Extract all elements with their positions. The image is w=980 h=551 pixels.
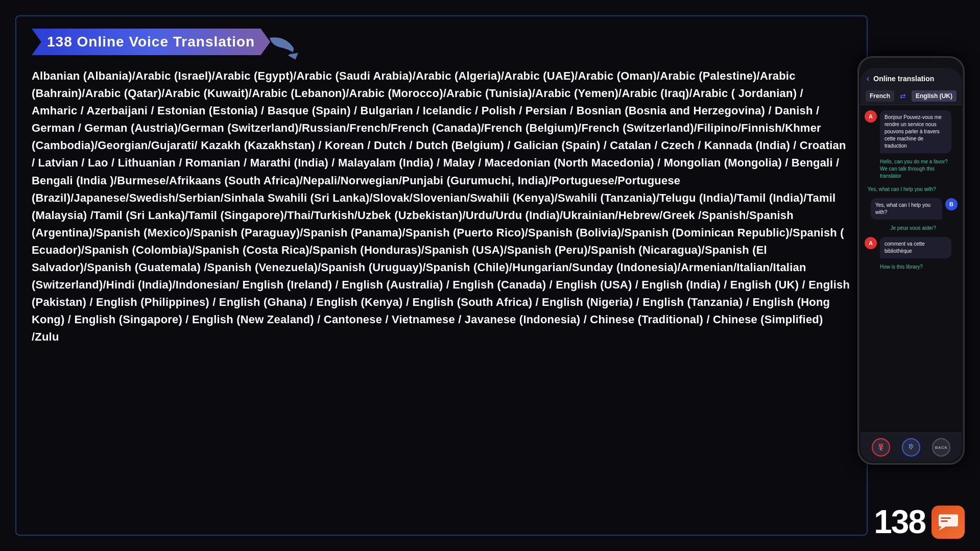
mic-left-button[interactable] bbox=[872, 438, 890, 457]
svg-rect-10 bbox=[911, 444, 912, 447]
language-selector[interactable]: French ⇄ English (UK) bbox=[861, 87, 962, 105]
language-list: Albanian (Albania)/Arabic (Israel)/Arabi… bbox=[32, 67, 851, 346]
bubble-1: Bonjour Pouvez-vous me rendre un service… bbox=[880, 110, 951, 153]
translation-1: Hello, can you do me a favor? We can tal… bbox=[880, 157, 951, 181]
avatar-a-1: A bbox=[865, 110, 877, 123]
title-text: 138 Online Voice Translation bbox=[47, 34, 255, 50]
chat-icon bbox=[938, 513, 959, 531]
svg-rect-3 bbox=[879, 445, 880, 447]
svg-rect-7 bbox=[880, 448, 881, 450]
target-language-btn[interactable]: English (UK) bbox=[912, 90, 957, 102]
bubble-3: comment va cette bibliothèque bbox=[880, 237, 951, 258]
svg-rect-17 bbox=[941, 520, 948, 522]
bubble-2: Yes, what can I help you with? bbox=[871, 198, 942, 220]
bottom-right-section: 138 bbox=[874, 503, 965, 541]
phone-notch bbox=[891, 58, 931, 68]
back-button[interactable]: BACK bbox=[932, 438, 950, 457]
avatar-a-2: A bbox=[865, 237, 877, 249]
svg-rect-16 bbox=[941, 517, 951, 519]
phone-frame: ‹ Online translation French ⇄ English (U… bbox=[857, 56, 965, 465]
svg-rect-9 bbox=[909, 444, 910, 446]
svg-rect-14 bbox=[912, 447, 913, 448]
chat-area: A Bonjour Pouvez-vous me rendre un servi… bbox=[861, 105, 962, 433]
message-row-3: A comment va cette bibliothèque bbox=[865, 237, 958, 258]
message-row-1: A Bonjour Pouvez-vous me rendre un servi… bbox=[865, 110, 958, 153]
translation-2: Yes, what can I help you with? bbox=[865, 185, 936, 194]
message-row-2: Yes, what can I help you with? B bbox=[865, 198, 958, 220]
svg-rect-12 bbox=[909, 447, 910, 448]
back-arrow-icon[interactable]: ‹ bbox=[867, 74, 869, 83]
translation-3: Je peux vous aider? bbox=[865, 224, 936, 233]
phone-mockup: ‹ Online translation French ⇄ English (U… bbox=[857, 56, 965, 465]
svg-marker-18 bbox=[939, 526, 946, 531]
main-container: 138 Online Voice Translation Albanian (A… bbox=[15, 15, 868, 536]
bottom-number: 138 bbox=[874, 503, 925, 541]
svg-rect-8 bbox=[879, 450, 882, 450]
title-badge: 138 Online Voice Translation bbox=[32, 29, 270, 55]
languages-text: Albanian (Albania)/Arabic (Israel)/Arabi… bbox=[32, 69, 850, 343]
svg-rect-6 bbox=[878, 448, 883, 448]
svg-rect-5 bbox=[882, 445, 883, 447]
svg-rect-2 bbox=[882, 444, 883, 445]
phone-bottom-bar: BACK bbox=[861, 433, 962, 462]
avatar-b-1: B bbox=[945, 198, 958, 210]
phone-header: ‹ Online translation bbox=[861, 68, 962, 87]
swap-languages-icon[interactable]: ⇄ bbox=[900, 92, 906, 100]
chat-icon-box bbox=[931, 506, 965, 539]
mic-right-button[interactable] bbox=[902, 438, 920, 457]
back-label: BACK bbox=[935, 445, 948, 450]
source-language-btn[interactable]: French bbox=[866, 90, 894, 102]
translation-4: How is this library? bbox=[880, 262, 951, 272]
svg-rect-11 bbox=[912, 445, 913, 446]
svg-rect-1 bbox=[880, 444, 881, 445]
svg-rect-4 bbox=[880, 445, 881, 448]
title-banner: 138 Online Voice Translation bbox=[32, 27, 851, 57]
phone-title: Online translation bbox=[873, 75, 934, 83]
phone-screen: ‹ Online translation French ⇄ English (U… bbox=[861, 68, 962, 462]
svg-rect-13 bbox=[911, 447, 912, 449]
arrow-icon bbox=[268, 31, 308, 61]
svg-rect-0 bbox=[879, 444, 880, 445]
